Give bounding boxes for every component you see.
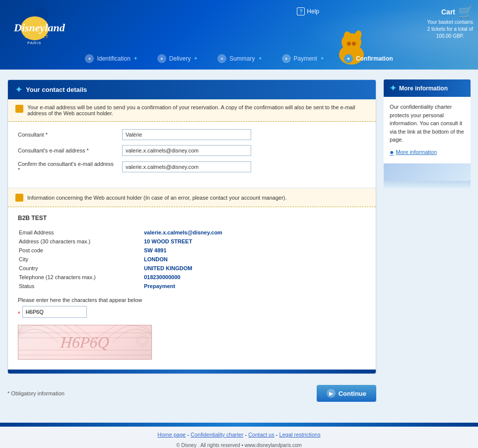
confirm-email-input[interactable] <box>122 161 251 172</box>
nav-payment[interactable]: ● Payment ✦ <box>272 50 334 67</box>
continue-btn-icon: ▶ <box>327 389 336 398</box>
field-label-country: Country <box>19 264 143 272</box>
nav-dot-delivery: ● <box>157 54 166 63</box>
email-input[interactable] <box>122 145 251 156</box>
more-info-title: More information <box>399 85 448 92</box>
continue-label: Continue <box>339 390 366 397</box>
captcha-image: .capline{stroke:rgba(180,120,120,0.3);fi… <box>18 325 152 360</box>
captcha-display-text: H6P6Q <box>60 333 110 352</box>
sparkle-4: ✦ <box>320 56 324 61</box>
main-content: ✦ Your contact details Your e-mail addre… <box>0 70 478 418</box>
b2b-content: B2B TEST Email Address valerie.x.calmels… <box>8 207 376 367</box>
sparkle-2: ✦ <box>194 56 198 61</box>
confirm-email-row: Confirm the consultant's e-mail address … <box>18 161 366 173</box>
more-info-link-label: More information <box>396 148 437 156</box>
left-panel: ✦ Your contact details Your e-mail addre… <box>7 79 376 408</box>
nav-dot-confirmation: ● <box>344 54 353 63</box>
more-info-body: Our confidentiality charter protects you… <box>384 97 471 163</box>
cart-icon: 🛒 <box>458 5 473 19</box>
contact-section: ✦ Your contact details Your e-mail addre… <box>7 79 376 374</box>
contact-form-area: Consultant * Consultant's e-mail address… <box>8 122 376 185</box>
table-row: Address (30 characters max.) 10 WOOD STR… <box>19 237 365 245</box>
b2b-info-table: Email Address valerie.x.calmels@disney.c… <box>18 227 366 291</box>
contact-section-title: Your contact details <box>26 86 87 93</box>
nav-delivery[interactable]: ● Delivery ✦ <box>147 50 207 67</box>
footer-sep-1: - <box>187 432 191 438</box>
table-row: Post code SW 4891 <box>19 246 365 254</box>
nav-identification[interactable]: ● Identification ✦ <box>75 50 147 67</box>
logo[interactable]: Disneyland RESORT PARIS <box>10 7 79 52</box>
sparkle-3: ✦ <box>258 56 262 61</box>
table-row: Email Address valerie.x.calmels@disney.c… <box>19 228 365 236</box>
footer-contact-link[interactable]: Contact us <box>248 432 274 438</box>
email-label: Consultant's e-mail address * <box>18 148 117 153</box>
table-row: Country UNITED KINGDOM <box>19 264 365 272</box>
header: Disneyland RESORT PARIS ? Help Cart 🛒 Yo… <box>0 0 478 70</box>
contact-section-header: ✦ Your contact details <box>8 80 376 99</box>
captcha-input[interactable] <box>22 306 87 318</box>
nav-label-identification: Identification <box>97 55 130 62</box>
nav-bar: ● Identification ✦ ● Delivery ✦ ● Summar… <box>0 47 478 70</box>
footer-confidentiality-link[interactable]: Confidentiality charter <box>191 432 243 438</box>
field-value-telephone: 018230000000 <box>144 273 365 281</box>
field-label-email: Email Address <box>19 228 143 236</box>
field-value-status: Prepayment <box>144 282 365 290</box>
b2b-warning-banner: Information concerning the Web account h… <box>8 188 376 207</box>
help-label: Help <box>307 8 319 15</box>
nav-dot-identification: ● <box>85 54 94 63</box>
more-info-box: ✦ More information Our confidentiality c… <box>384 79 471 188</box>
help-link[interactable]: ? Help <box>297 7 319 15</box>
svg-text:RESORT: RESORT <box>25 34 49 39</box>
svg-text:PARIS: PARIS <box>27 41 41 45</box>
cart-label: Cart <box>441 8 455 16</box>
field-value-email: valerie.x.calmels@disney.com <box>144 228 365 236</box>
field-label-status: Status <box>19 282 143 290</box>
footer-sep-3: - <box>276 432 279 438</box>
nav-label-delivery: Delivery <box>169 55 191 62</box>
right-panel: ✦ More information Our confidentiality c… <box>384 79 471 408</box>
sparkle-1: ✦ <box>134 56 137 61</box>
consultant-label: Consultant * <box>18 132 117 138</box>
footer-copyright: © Disney . All rights reserved • www.dis… <box>0 443 478 448</box>
footer-wave-bar <box>0 423 478 427</box>
nav-summary[interactable]: ● Summary ✦ <box>207 50 272 67</box>
obligatory-label: * Obligatory information <box>7 390 65 396</box>
nav-label-summary: Summary <box>229 55 255 62</box>
field-label-address: Address (30 characters max.) <box>19 237 143 245</box>
field-value-country: UNITED KINGDOM <box>144 264 365 272</box>
help-icon: ? <box>297 7 305 15</box>
more-info-link[interactable]: ● More information <box>390 147 465 157</box>
info-star-icon: ✦ <box>390 83 396 93</box>
cart-detail: Your basket contains2 tickets for a tota… <box>427 19 473 40</box>
captcha-section: Please enter here the characters that ap… <box>18 297 366 360</box>
cart-icon-row: Cart 🛒 <box>427 5 473 19</box>
info-wave <box>384 163 471 181</box>
more-info-arrow-icon: ● <box>390 147 394 157</box>
nav-label-payment: Payment <box>294 55 317 62</box>
svg-point-17 <box>138 336 146 344</box>
table-row: Telephone (12 characters max.) 018230000… <box>19 273 365 281</box>
field-label-city: City <box>19 255 143 263</box>
consultant-input[interactable] <box>122 129 251 140</box>
svg-point-11 <box>352 42 356 46</box>
nav-label-confirmation: Confirmation <box>356 55 393 62</box>
confirm-email-label: Confirm the consultant's e-mail address … <box>18 161 117 173</box>
b2b-warning-text: Information concerning the Web account h… <box>27 195 287 201</box>
b2b-section: Information concerning the Web account h… <box>8 188 376 367</box>
captcha-required-star: * <box>18 310 20 317</box>
nav-confirmation[interactable]: ● Confirmation <box>334 50 403 67</box>
footer-legal-link[interactable]: Legal restrictions <box>279 432 321 438</box>
b2b-company-name: B2B TEST <box>18 215 366 222</box>
field-value-city: LONDON <box>144 255 365 263</box>
captcha-required-row: * <box>18 306 366 322</box>
email-row: Consultant's e-mail address * <box>18 145 366 156</box>
continue-button[interactable]: ▶ Continue <box>317 385 376 402</box>
footer-home-link[interactable]: Home page <box>157 432 186 438</box>
contact-star-icon: ✦ <box>15 85 22 94</box>
captcha-intro-label: Please enter here the characters that ap… <box>18 297 366 303</box>
field-label-postcode: Post code <box>19 246 143 254</box>
warn-icon <box>15 105 23 113</box>
field-value-address: 10 WOOD STREET <box>144 237 365 245</box>
consultant-row: Consultant * <box>18 129 366 140</box>
contact-warning-banner: Your e-mail address will be used to send… <box>8 99 376 122</box>
